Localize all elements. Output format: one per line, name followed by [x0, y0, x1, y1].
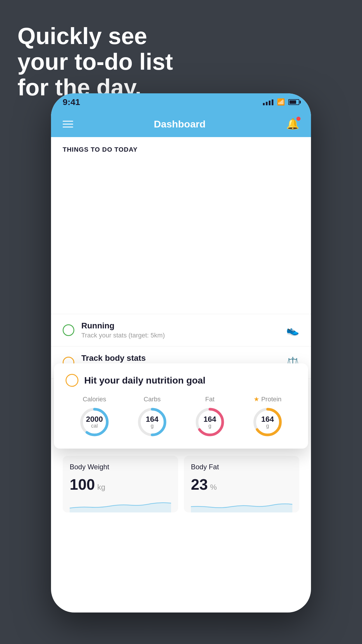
- body-fat-value-row: 23 %: [191, 476, 292, 493]
- fat-value: 164: [203, 415, 216, 423]
- nutrition-checkbox[interactable]: [66, 374, 78, 387]
- running-desc: Track your stats (target: 5km): [81, 332, 279, 339]
- fat-unit: g: [203, 423, 216, 429]
- nutrition-protein: ★ Protein 164 g: [252, 396, 284, 438]
- header-title: Dashboard: [154, 118, 206, 130]
- body-fat-number: 23: [191, 476, 208, 493]
- carbs-label: Carbs: [144, 396, 161, 403]
- things-section: THINGS TO DO TODAY: [51, 137, 311, 156]
- things-section-title: THINGS TO DO TODAY: [63, 146, 299, 153]
- status-bar: 9:41 📶: [51, 93, 311, 111]
- shoe-icon: 👟: [286, 324, 299, 336]
- fat-label: Fat: [205, 396, 215, 403]
- carbs-unit: g: [146, 423, 158, 429]
- body-weight-card[interactable]: Body Weight 100 kg: [63, 456, 178, 512]
- nutrition-card: Hit your daily nutrition goal Calories 2…: [54, 363, 308, 449]
- wifi-icon: 📶: [277, 98, 285, 106]
- protein-label: Protein: [261, 396, 282, 403]
- body-fat-title: Body Fat: [191, 463, 292, 471]
- protein-star-icon: ★: [254, 396, 259, 403]
- calories-label: Calories: [83, 396, 106, 403]
- body-fat-chart: [191, 498, 292, 512]
- body-stats-name: Track body stats: [81, 354, 279, 363]
- status-time: 9:41: [63, 97, 80, 107]
- card-title: Hit your daily nutrition goal: [84, 375, 205, 386]
- menu-icon[interactable]: [63, 121, 73, 127]
- running-name: Running: [81, 321, 279, 330]
- body-fat-unit: %: [210, 483, 217, 492]
- battery-icon: [288, 99, 299, 105]
- progress-cards: Body Weight 100 kg Body Fat 23 %: [63, 456, 299, 512]
- headline-line1: Quickly see: [17, 23, 173, 49]
- phone-frame: 9:41 📶 Dashboard 🔔 THINGS T: [51, 93, 311, 612]
- bell-icon[interactable]: 🔔: [286, 118, 299, 130]
- todo-item-running[interactable]: Running Track your stats (target: 5km) 👟: [51, 314, 311, 346]
- status-icons: 📶: [263, 98, 299, 106]
- app-header: Dashboard 🔔: [51, 111, 311, 137]
- body-fat-card[interactable]: Body Fat 23 %: [184, 456, 299, 512]
- protein-value: 164: [261, 415, 274, 423]
- nutrition-fat: Fat 164 g: [194, 396, 226, 438]
- calories-value: 2000: [86, 415, 103, 423]
- body-weight-value-row: 100 kg: [70, 476, 171, 493]
- body-weight-number: 100: [70, 476, 95, 493]
- protein-label-row: ★ Protein: [254, 396, 282, 403]
- calories-ring: 2000 cal: [78, 406, 110, 438]
- notification-dot: [296, 117, 301, 121]
- nutrition-grid: Calories 2000 cal Carbs: [66, 396, 296, 438]
- calories-unit: cal: [86, 423, 103, 429]
- fat-ring: 164 g: [194, 406, 226, 438]
- nutrition-calories: Calories 2000 cal: [78, 396, 110, 438]
- body-weight-chart: [70, 498, 171, 512]
- protein-ring: 164 g: [252, 406, 284, 438]
- nutrition-carbs: Carbs 164 g: [136, 396, 168, 438]
- body-weight-title: Body Weight: [70, 463, 171, 471]
- signal-icon: [263, 99, 273, 105]
- carbs-ring: 164 g: [136, 406, 168, 438]
- card-header: Hit your daily nutrition goal: [66, 374, 296, 387]
- headline-line2: your to-do list: [17, 49, 173, 75]
- headline: Quickly see your to-do list for the day.: [17, 23, 173, 100]
- protein-unit: g: [261, 423, 274, 429]
- running-checkbox[interactable]: [63, 324, 74, 336]
- carbs-value: 164: [146, 415, 158, 423]
- body-weight-unit: kg: [97, 483, 105, 492]
- running-text: Running Track your stats (target: 5km): [81, 321, 279, 339]
